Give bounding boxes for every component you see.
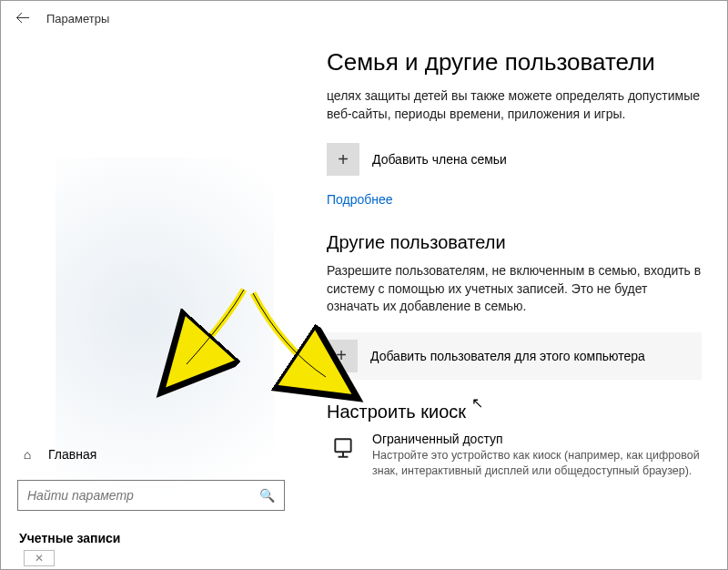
search-input[interactable] bbox=[27, 488, 259, 503]
learn-more-link[interactable]: Подробнее bbox=[327, 192, 393, 207]
other-users-heading: Другие пользователи bbox=[327, 232, 702, 253]
svg-rect-11 bbox=[335, 439, 350, 452]
close-thumbnail-button[interactable]: ✕ bbox=[24, 550, 55, 566]
plus-icon: + bbox=[325, 340, 358, 372]
kiosk-title: Ограниченный доступ bbox=[372, 432, 702, 446]
other-users-desc: Разрешите пользователям, не включенным в… bbox=[327, 262, 702, 316]
nav-home-label: Главная bbox=[48, 447, 96, 462]
kiosk-desc: Настройте это устройство как киоск (напр… bbox=[372, 448, 702, 479]
window-title: Параметры bbox=[46, 12, 109, 25]
sidebar-item-label: Ваши данные bbox=[48, 566, 129, 569]
plus-icon: + bbox=[327, 143, 359, 176]
add-other-label: Добавить пользователя для этого компьюте… bbox=[370, 349, 645, 363]
page-title: Семья и другие пользователи bbox=[327, 48, 702, 76]
person-icon bbox=[19, 567, 35, 569]
back-button[interactable]: 🡠 bbox=[15, 10, 30, 26]
kiosk-heading: Настроить киоск bbox=[327, 402, 702, 422]
kiosk-icon bbox=[327, 432, 359, 464]
nav-home[interactable]: ⌂ Главная bbox=[1, 440, 301, 469]
add-family-label: Добавить члена семьи bbox=[372, 152, 507, 167]
search-box[interactable]: 🔍 bbox=[17, 480, 285, 511]
family-desc: целях защиты детей вы также можете опред… bbox=[327, 87, 702, 123]
add-family-member-button[interactable]: + Добавить члена семьи bbox=[327, 139, 702, 179]
search-icon: 🔍 bbox=[259, 488, 275, 503]
home-icon: ⌂ bbox=[19, 447, 35, 462]
add-other-user-button[interactable]: + Добавить пользователя для этого компью… bbox=[325, 332, 702, 380]
kiosk-option[interactable]: Ограниченный доступ Настройте это устрой… bbox=[327, 432, 702, 479]
